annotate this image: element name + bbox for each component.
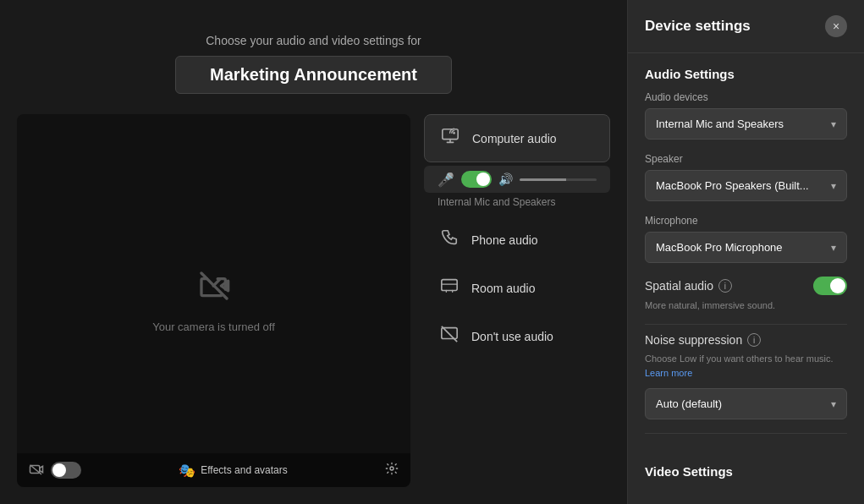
audio-devices-chevron: ▾ <box>831 118 836 130</box>
audio-option-computer[interactable]: Computer audio <box>424 114 610 162</box>
room-audio-label: Room audio <box>471 282 536 295</box>
camera-bottom-bar: 🎭 Effects and avatars <box>17 453 410 487</box>
video-settings-title: Video Settings <box>628 456 864 487</box>
spatial-audio-label-text: Spatial audio <box>645 279 713 293</box>
camera-settings-button[interactable] <box>385 462 399 479</box>
learn-more-link[interactable]: Learn more <box>645 368 692 378</box>
speaker-dropdown[interactable]: MacBook Pro Speakers (Built... ▾ <box>645 170 847 201</box>
audio-settings-title: Audio Settings <box>645 67 847 81</box>
choose-text: Choose your audio and video settings for <box>175 34 452 47</box>
noise-suppression-label: Noise suppression <box>645 333 742 347</box>
audio-option-phone[interactable]: Phone audio <box>424 216 610 263</box>
close-button[interactable]: × <box>825 15 847 37</box>
svg-point-4 <box>453 132 455 134</box>
camera-icon-small <box>29 463 44 478</box>
left-panel: Choose your audio and video settings for… <box>0 0 627 504</box>
microphone-value: MacBook Pro Microphone <box>656 241 783 254</box>
settings-content: Audio Settings Audio devices Internal Mi… <box>628 53 864 456</box>
noise-suppression-row: Noise suppression i <box>645 333 847 347</box>
speaker-chevron: ▾ <box>831 180 836 192</box>
mic-toggle[interactable] <box>461 171 492 188</box>
audio-option-room[interactable]: Room audio <box>424 265 610 311</box>
noise-chevron: ▾ <box>831 398 836 410</box>
device-settings-title: Device settings <box>645 18 751 35</box>
microphone-group: Microphone MacBook Pro Microphone ▾ <box>645 215 847 263</box>
microphone-label: Microphone <box>645 215 847 227</box>
noise-dropdown[interactable]: Auto (default) ▾ <box>645 388 847 419</box>
spatial-audio-group: Spatial audio i More natural, immersive … <box>645 277 847 310</box>
divider-1 <box>645 324 847 325</box>
camera-toggle[interactable] <box>51 462 81 479</box>
camera-off-text: Your camera is turned off <box>152 320 275 333</box>
audio-option-none[interactable]: Don't use audio <box>424 313 610 359</box>
spatial-audio-label-container: Spatial audio i <box>645 279 732 293</box>
phone-audio-label: Phone audio <box>471 233 538 247</box>
spatial-audio-info-icon[interactable]: i <box>718 279 732 293</box>
effects-label: Effects and avatars <box>201 464 288 476</box>
effects-icon: 🎭 <box>179 463 195 479</box>
noise-value: Auto (default) <box>656 397 722 410</box>
speaker-label: Speaker <box>645 153 847 165</box>
computer-audio-icon <box>438 127 462 150</box>
immersive-text: More natural, immersive sound. <box>645 300 847 310</box>
mic-speaker-row: 🎤 🔊 <box>424 166 610 193</box>
audio-devices-value: Internal Mic and Speakers <box>656 118 784 130</box>
microphone-dropdown[interactable]: MacBook Pro Microphone ▾ <box>645 232 847 263</box>
camera-toggle-area <box>29 462 81 479</box>
room-audio-icon <box>438 277 461 299</box>
noise-suppression-info-icon[interactable]: i <box>747 333 761 347</box>
announcement-title: Marketing Announcement <box>175 56 452 94</box>
media-row: Your camera is turned off 🎭 Effects and <box>17 114 610 487</box>
no-audio-icon <box>438 325 461 348</box>
microphone-chevron: ▾ <box>831 242 836 254</box>
camera-preview: Your camera is turned off 🎭 Effects and <box>17 114 410 487</box>
mic-icon: 🎤 <box>438 172 454 188</box>
svg-point-2 <box>390 467 393 470</box>
right-panel: Device settings × Audio Settings Audio d… <box>627 0 864 504</box>
device-settings-header: Device settings × <box>628 0 864 53</box>
audio-devices-group: Audio devices Internal Mic and Speakers … <box>645 91 847 140</box>
noise-description: Choose Low if you want others to hear mu… <box>645 352 847 380</box>
camera-off-icon <box>197 269 231 310</box>
noise-suppression-group: Noise suppression i Choose Low if you wa… <box>645 333 847 419</box>
speaker-value: MacBook Pro Speakers (Built... <box>656 179 809 192</box>
speaker-icon: 🔊 <box>498 173 513 186</box>
volume-slider[interactable] <box>520 178 597 181</box>
no-audio-label: Don't use audio <box>471 330 553 343</box>
spatial-audio-toggle[interactable] <box>813 277 847 295</box>
effects-button[interactable]: 🎭 Effects and avatars <box>179 463 288 479</box>
computer-audio-label: Computer audio <box>472 132 557 145</box>
audio-devices-label: Audio devices <box>645 91 847 103</box>
divider-2 <box>645 433 847 434</box>
internal-mic-label: Internal Mic and Speakers <box>424 196 610 215</box>
svg-rect-5 <box>442 280 457 291</box>
phone-audio-icon <box>438 228 461 251</box>
audio-options-panel: Computer audio 🎤 🔊 Internal Mic and Spea… <box>424 114 610 487</box>
svg-line-7 <box>442 326 457 342</box>
speaker-group: Speaker MacBook Pro Speakers (Built... ▾ <box>645 153 847 201</box>
spatial-audio-row: Spatial audio i <box>645 277 847 295</box>
audio-devices-dropdown[interactable]: Internal Mic and Speakers ▾ <box>645 108 847 140</box>
announcement-header: Choose your audio and video settings for… <box>175 34 452 94</box>
